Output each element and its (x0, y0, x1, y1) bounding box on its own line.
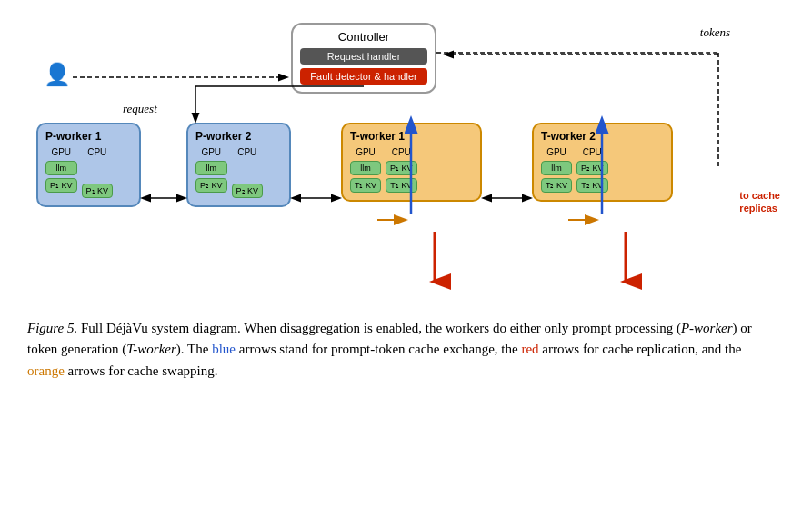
orange-label: orange (27, 363, 65, 378)
kv-box-tw2-1: T₂ KV (541, 178, 572, 193)
person-icon: 👤 (44, 62, 71, 87)
diagram: 👤 tokens request to cachereplicas Contro… (27, 18, 785, 300)
kv-box-tw1-gpu: P₁ KV (386, 161, 417, 175)
figure-label: Figure 5. (27, 321, 77, 335)
p-worker-1: P-worker 1 GPU llm P₁ KV CPU P₁ KV (36, 123, 141, 207)
t-worker-1-title: T-worker 1 (350, 130, 473, 143)
caption-text3: ). The (176, 342, 212, 356)
kv-box-tw2-2: T₂ KV (576, 178, 608, 193)
t-worker-1: T-worker 1 GPU llm T₁ KV CPU P₁ KV T₁ KV (341, 123, 482, 202)
figure-caption: Figure 5. Full DéjàVu system diagram. Wh… (27, 318, 773, 382)
gpu-label: GPU (195, 147, 227, 157)
t-worker-label: T-worker (126, 342, 176, 356)
kv-box-tw1-1: T₁ KV (350, 178, 381, 193)
cpu-label: CPU (576, 147, 608, 157)
gpu-label: GPU (45, 147, 77, 157)
cache-replicas-label: to cachereplicas (739, 189, 780, 215)
llm-box-tw2: llm (541, 161, 572, 175)
request-label: request (123, 102, 157, 116)
cpu-label: CPU (386, 147, 417, 157)
caption-text4: arrows stand for prompt-token cache exch… (236, 342, 521, 356)
t-worker-2-title: T-worker 2 (541, 130, 664, 143)
llm-box-pw2: llm (195, 161, 227, 175)
controller-box: Controller Request handler Fault detecto… (291, 23, 436, 94)
caption-text1: Full DéjàVu system diagram. When disaggr… (77, 321, 681, 335)
tokens-label: tokens (700, 25, 730, 40)
p-worker-2-title: P-worker 2 (195, 130, 282, 143)
llm-box-pw1: llm (45, 161, 77, 175)
kv-box-pw2-1: P₂ KV (195, 178, 227, 193)
kv-box-tw1-2: T₁ KV (386, 178, 417, 193)
gpu-label: GPU (541, 147, 572, 157)
t-worker-2: T-worker 2 GPU llm T₂ KV CPU P₂ KV T₂ KV (532, 123, 673, 202)
kv-box-pw1-1: P₁ KV (45, 178, 77, 193)
controller-title: Controller (300, 30, 427, 44)
red-label: red (521, 342, 538, 356)
p-worker-label: P-worker (681, 321, 733, 335)
request-handler: Request handler (300, 48, 427, 65)
p-worker-2: P-worker 2 GPU llm P₂ KV CPU P₂ KV (186, 123, 291, 207)
p-worker-1-title: P-worker 1 (45, 130, 132, 143)
blue-label: blue (212, 342, 236, 356)
gpu-label: GPU (350, 147, 381, 157)
kv-box-pw2-2: P₂ KV (232, 184, 264, 198)
cpu-label: CPU (232, 147, 264, 157)
caption-text5: arrows for cache replication, and the (539, 342, 742, 356)
fault-detector: Fault detector & handler (300, 68, 427, 85)
cpu-label: CPU (82, 147, 114, 157)
kv-box-pw1-2: P₁ KV (82, 184, 114, 198)
llm-box-tw1: llm (350, 161, 381, 175)
caption-text6: arrows for cache swapping. (65, 363, 218, 378)
kv-box-tw2-gpu: P₂ KV (576, 161, 608, 175)
